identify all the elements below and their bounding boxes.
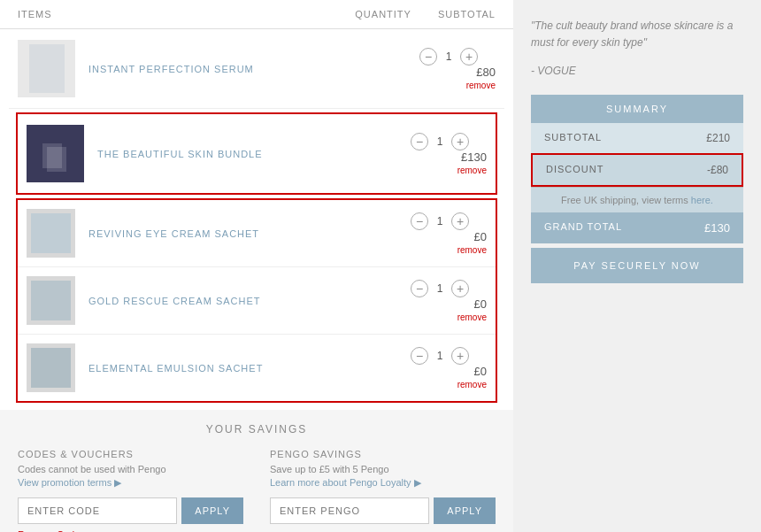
savings-section: YOUR SAVINGS CODES & VOUCHERS Codes cann…: [0, 410, 513, 532]
bundle-image: [27, 125, 84, 182]
serum-qty: 1: [444, 50, 453, 63]
bundle-quantity-controls: − 1 +: [411, 133, 469, 150]
serum-image: [18, 40, 75, 97]
gold-rescue-remove[interactable]: remove: [457, 312, 487, 322]
bundle-name: THE BEAUTIFUL SKIN BUNDLE: [97, 149, 411, 159]
emulsion-decrease-btn[interactable]: −: [411, 347, 428, 365]
eye-cream-decrease-btn[interactable]: −: [411, 212, 428, 230]
quote-text: "The cult beauty brand whose skincare is…: [531, 18, 743, 51]
discount-row-value: -£80: [707, 164, 728, 176]
total-row-label: GRAND TOTAL: [544, 221, 622, 235]
emulsion-remove[interactable]: remove: [457, 380, 487, 389]
bundle-remove[interactable]: remove: [457, 166, 487, 175]
bundle-decrease-btn[interactable]: −: [411, 133, 428, 150]
emulsion-name: ELEMENTAL EMULSION SACHET: [88, 363, 411, 374]
discount-row: DISCOUNT -£80: [531, 153, 743, 187]
cart-item-eye-cream: REVIVING EYE CREAM SACHET − 1 + £0 remov…: [18, 200, 496, 267]
subtotal-row-label: SUBTOTAL: [544, 132, 602, 144]
gold-rescue-qty: 1: [435, 282, 444, 295]
codes-column: CODES & VOUCHERS Codes cannot be used wi…: [18, 449, 243, 532]
total-row: GRAND TOTAL £130: [531, 212, 743, 243]
bundle-qty: 1: [435, 135, 444, 148]
items-label: ITEMS: [18, 9, 52, 19]
discount-row-label: DISCOUNT: [546, 164, 603, 176]
gold-rescue-image: [27, 276, 75, 325]
serum-quantity-controls: − 1 +: [419, 48, 478, 66]
cart-item-bundle: THE BEAUTIFUL SKIN BUNDLE − 1 + £130 rem…: [18, 114, 496, 193]
code-input-row: APPLY: [18, 497, 243, 524]
emulsion-qty-controls: − 1 +: [411, 347, 469, 365]
eye-cream-qty: 1: [435, 215, 444, 227]
cart-item-emulsion: ELEMENTAL EMULSION SACHET − 1 + £0 remov…: [18, 335, 496, 401]
gold-rescue-decrease-btn[interactable]: −: [411, 280, 428, 297]
gold-rescue-qty-controls: − 1 +: [411, 280, 469, 297]
emulsion-increase-btn[interactable]: +: [451, 347, 469, 365]
eye-cream-price: £0: [474, 230, 487, 243]
right-panel: "The cult beauty brand whose skincare is…: [513, 0, 761, 532]
quote-source: - VOGUE: [531, 65, 743, 77]
shipping-row: Free UK shipping, view terms here.: [531, 187, 743, 212]
savings-title: YOUR SAVINGS: [18, 423, 496, 436]
codes-desc: Codes cannot be used with Pengo: [18, 464, 243, 474]
cart-items-list: INSTANT PERFECTION SERUM − 1 + £80 remov…: [0, 29, 513, 403]
subtotal-row: SUBTOTAL £210: [531, 123, 743, 153]
gold-rescue-qty-price: − 1 + £0 remove: [411, 280, 487, 322]
shipping-link[interactable]: here.: [691, 195, 713, 205]
emulsion-qty: 1: [435, 350, 444, 362]
serum-decrease-btn[interactable]: −: [419, 48, 437, 66]
serum-qty-price: − 1 + £80 remove: [419, 48, 496, 90]
eye-cream-name: REVIVING EYE CREAM SACHET: [88, 228, 411, 239]
emulsion-image: [27, 343, 75, 392]
bundle-price: £130: [461, 150, 487, 164]
subtotal-row-value: £210: [706, 132, 730, 144]
codes-link[interactable]: View promotion terms ▶: [18, 477, 243, 489]
codes-title: CODES & VOUCHERS: [18, 449, 243, 459]
cart-item-serum: INSTANT PERFECTION SERUM − 1 + £80 remov…: [9, 29, 504, 109]
serum-remove[interactable]: remove: [466, 81, 496, 90]
eye-cream-qty-price: − 1 + £0 remove: [411, 212, 487, 255]
quantity-label: QUANTITY: [355, 9, 411, 19]
pengo-link[interactable]: Learn more about Pengo Loyalty ▶: [270, 477, 496, 489]
eye-cream-image: [27, 209, 75, 258]
subtotal-label: SUBTOTAL: [438, 9, 496, 19]
eye-cream-remove[interactable]: remove: [457, 245, 487, 255]
pengo-column: PENGO SAVINGS Save up to £5 with 5 Pengo…: [270, 449, 496, 532]
pengo-input-row: APPLY: [270, 497, 496, 524]
savings-columns: CODES & VOUCHERS Codes cannot be used wi…: [18, 449, 496, 532]
serum-increase-btn[interactable]: +: [460, 48, 478, 66]
pengo-title: PENGO SAVINGS: [270, 449, 496, 459]
shipping-text: Free UK shipping, view terms: [561, 195, 688, 205]
gold-rescue-price: £0: [474, 297, 487, 311]
code-apply-btn[interactable]: APPLY: [181, 497, 243, 524]
svg-rect-1: [47, 147, 66, 172]
code-input[interactable]: [18, 497, 177, 524]
eye-cream-increase-btn[interactable]: +: [451, 212, 469, 230]
summary-title: SUMMARY: [531, 95, 743, 123]
sachets-highlighted-box: REVIVING EYE CREAM SACHET − 1 + £0 remov…: [16, 198, 497, 403]
total-row-value: £130: [704, 221, 730, 235]
cart-header: ITEMS QUANTITY SUBTOTAL: [0, 0, 513, 29]
gold-rescue-increase-btn[interactable]: +: [451, 280, 469, 297]
emulsion-qty-price: − 1 + £0 remove: [411, 347, 487, 389]
eye-cream-qty-controls: − 1 +: [411, 212, 469, 230]
pay-now-btn[interactable]: PAY SECURELY NOW: [531, 248, 743, 283]
pengo-desc: Save up to £5 with 5 Pengo: [270, 464, 496, 474]
bundle-qty-price: − 1 + £130 remove: [411, 133, 487, 175]
emulsion-price: £0: [474, 365, 487, 378]
serum-price: £80: [451, 66, 496, 79]
serum-name: INSTANT PERFECTION SERUM: [88, 64, 419, 74]
pengo-apply-btn[interactable]: APPLY: [434, 497, 496, 524]
cart-item-gold-rescue: GOLD RESCUE CREAM SACHET − 1 + £0 remove: [18, 267, 496, 335]
summary-section: SUMMARY SUBTOTAL £210 DISCOUNT -£80 Free…: [531, 95, 743, 243]
bundle-increase-btn[interactable]: +: [451, 133, 469, 150]
gold-rescue-name: GOLD RESCUE CREAM SACHET: [88, 296, 411, 306]
bundle-highlighted-box: THE BEAUTIFUL SKIN BUNDLE − 1 + £130 rem…: [16, 112, 497, 195]
pengo-input[interactable]: [270, 497, 429, 524]
